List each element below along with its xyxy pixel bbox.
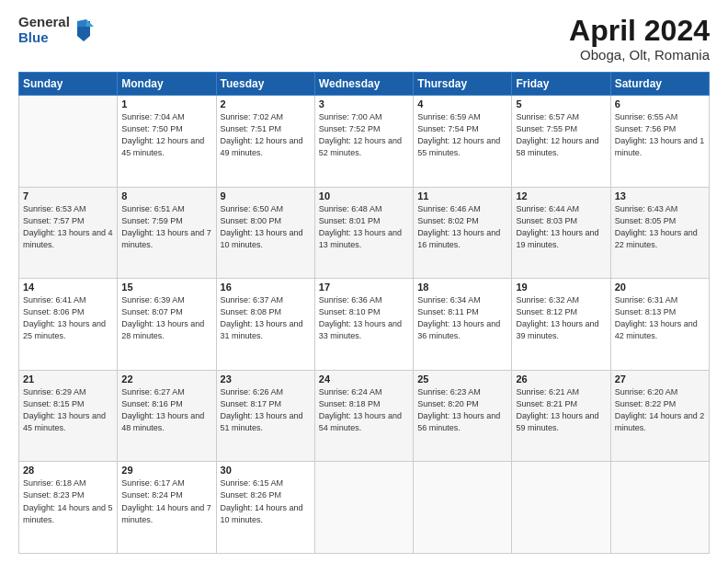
calendar-cell: 6Sunrise: 6:55 AMSunset: 7:56 PMDaylight…: [610, 96, 709, 188]
weekday-sunday: Sunday: [19, 73, 118, 96]
day-detail: Sunrise: 6:41 AMSunset: 8:06 PMDaylight:…: [23, 294, 113, 342]
weekday-tuesday: Tuesday: [216, 73, 314, 96]
day-number: 5: [516, 98, 606, 109]
calendar-cell: 3Sunrise: 7:00 AMSunset: 7:52 PMDaylight…: [314, 96, 413, 188]
day-number: 13: [615, 190, 705, 201]
day-number: 9: [221, 190, 311, 201]
week-row-1: 1Sunrise: 7:04 AMSunset: 7:50 PMDaylight…: [19, 96, 710, 188]
page: General Blue April 2024 Oboga, Olt, Roma…: [0, 0, 728, 563]
calendar-cell: 1Sunrise: 7:04 AMSunset: 7:50 PMDaylight…: [118, 96, 216, 188]
week-row-3: 14Sunrise: 6:41 AMSunset: 8:06 PMDayligh…: [19, 279, 710, 371]
day-detail: Sunrise: 6:50 AMSunset: 8:00 PMDaylight:…: [221, 203, 311, 251]
day-number: 6: [615, 98, 705, 109]
calendar-cell: 12Sunrise: 6:44 AMSunset: 8:03 PMDayligh…: [512, 187, 610, 279]
day-number: 28: [23, 465, 113, 476]
week-row-5: 28Sunrise: 6:18 AMSunset: 8:23 PMDayligh…: [19, 462, 710, 554]
calendar-cell: 9Sunrise: 6:50 AMSunset: 8:00 PMDaylight…: [216, 187, 314, 279]
calendar-cell: 4Sunrise: 6:59 AMSunset: 7:54 PMDaylight…: [414, 96, 512, 188]
calendar-cell: 24Sunrise: 6:24 AMSunset: 8:18 PMDayligh…: [314, 370, 413, 462]
day-detail: Sunrise: 6:46 AMSunset: 8:02 PMDaylight:…: [417, 203, 507, 251]
day-number: 16: [221, 282, 311, 293]
day-detail: Sunrise: 6:44 AMSunset: 8:03 PMDaylight:…: [516, 203, 606, 251]
calendar-cell: 13Sunrise: 6:43 AMSunset: 8:05 PMDayligh…: [610, 187, 709, 279]
day-number: 24: [319, 373, 409, 385]
day-number: 22: [121, 373, 211, 385]
header: General Blue April 2024 Oboga, Olt, Roma…: [18, 15, 710, 63]
calendar-cell: 7Sunrise: 6:53 AMSunset: 7:57 PMDaylight…: [19, 187, 118, 279]
day-number: 17: [319, 282, 409, 293]
day-detail: Sunrise: 7:02 AMSunset: 7:51 PMDaylight:…: [221, 111, 311, 159]
day-number: 4: [417, 98, 507, 109]
day-detail: Sunrise: 6:48 AMSunset: 8:01 PMDaylight:…: [319, 203, 409, 251]
day-number: 23: [221, 373, 311, 385]
day-detail: Sunrise: 6:29 AMSunset: 8:15 PMDaylight:…: [23, 386, 113, 434]
day-number: 19: [516, 282, 606, 293]
weekday-friday: Friday: [512, 73, 610, 96]
day-detail: Sunrise: 6:39 AMSunset: 8:07 PMDaylight:…: [121, 294, 211, 342]
day-number: 21: [23, 373, 113, 385]
day-detail: Sunrise: 6:21 AMSunset: 8:21 PMDaylight:…: [516, 386, 606, 434]
location: Oboga, Olt, Romania: [569, 47, 710, 63]
day-detail: Sunrise: 6:59 AMSunset: 7:54 PMDaylight:…: [417, 111, 507, 159]
day-number: 1: [121, 98, 211, 109]
calendar-cell: 22Sunrise: 6:27 AMSunset: 8:16 PMDayligh…: [118, 370, 216, 462]
calendar-cell: 16Sunrise: 6:37 AMSunset: 8:08 PMDayligh…: [216, 279, 314, 371]
day-number: 8: [121, 190, 211, 201]
logo-icon: [74, 17, 94, 43]
day-detail: Sunrise: 6:36 AMSunset: 8:10 PMDaylight:…: [319, 294, 409, 342]
day-detail: Sunrise: 6:43 AMSunset: 8:05 PMDaylight:…: [615, 203, 705, 251]
calendar-cell: 15Sunrise: 6:39 AMSunset: 8:07 PMDayligh…: [118, 279, 216, 371]
calendar-cell: 23Sunrise: 6:26 AMSunset: 8:17 PMDayligh…: [216, 370, 314, 462]
week-row-4: 21Sunrise: 6:29 AMSunset: 8:15 PMDayligh…: [19, 370, 710, 462]
title-block: April 2024 Oboga, Olt, Romania: [569, 15, 710, 63]
logo-blue-text: Blue: [18, 30, 70, 46]
weekday-saturday: Saturday: [610, 73, 709, 96]
day-number: 11: [417, 190, 507, 201]
day-number: 14: [23, 282, 113, 293]
calendar-cell: 25Sunrise: 6:23 AMSunset: 8:20 PMDayligh…: [414, 370, 512, 462]
calendar-cell: [512, 462, 610, 554]
day-number: 18: [417, 282, 507, 293]
calendar-cell: 11Sunrise: 6:46 AMSunset: 8:02 PMDayligh…: [414, 187, 512, 279]
calendar-cell: 18Sunrise: 6:34 AMSunset: 8:11 PMDayligh…: [414, 279, 512, 371]
weekday-header-row: SundayMondayTuesdayWednesdayThursdayFrid…: [19, 73, 710, 96]
day-number: 30: [221, 465, 311, 476]
day-detail: Sunrise: 6:17 AMSunset: 8:24 PMDaylight:…: [121, 477, 211, 525]
day-detail: Sunrise: 6:31 AMSunset: 8:13 PMDaylight:…: [615, 294, 705, 342]
calendar-cell: 10Sunrise: 6:48 AMSunset: 8:01 PMDayligh…: [314, 187, 413, 279]
svg-marker-2: [77, 19, 86, 27]
calendar-cell: 26Sunrise: 6:21 AMSunset: 8:21 PMDayligh…: [512, 370, 610, 462]
day-detail: Sunrise: 6:55 AMSunset: 7:56 PMDaylight:…: [615, 111, 705, 159]
day-number: 10: [319, 190, 409, 201]
calendar-cell: 14Sunrise: 6:41 AMSunset: 8:06 PMDayligh…: [19, 279, 118, 371]
day-detail: Sunrise: 6:27 AMSunset: 8:16 PMDaylight:…: [121, 386, 211, 434]
weekday-wednesday: Wednesday: [314, 73, 413, 96]
day-detail: Sunrise: 7:00 AMSunset: 7:52 PMDaylight:…: [319, 111, 409, 159]
day-detail: Sunrise: 6:37 AMSunset: 8:08 PMDaylight:…: [221, 294, 311, 342]
day-number: 27: [615, 373, 705, 385]
calendar-cell: 29Sunrise: 6:17 AMSunset: 8:24 PMDayligh…: [118, 462, 216, 554]
day-detail: Sunrise: 6:24 AMSunset: 8:18 PMDaylight:…: [319, 386, 409, 434]
day-detail: Sunrise: 6:32 AMSunset: 8:12 PMDaylight:…: [516, 294, 606, 342]
logo-general-text: General: [18, 15, 70, 30]
calendar-cell: [414, 462, 512, 554]
calendar-cell: 5Sunrise: 6:57 AMSunset: 7:55 PMDaylight…: [512, 96, 610, 188]
day-number: 25: [417, 373, 507, 385]
weekday-monday: Monday: [118, 73, 216, 96]
calendar-cell: 2Sunrise: 7:02 AMSunset: 7:51 PMDaylight…: [216, 96, 314, 188]
day-detail: Sunrise: 6:26 AMSunset: 8:17 PMDaylight:…: [221, 386, 311, 434]
day-detail: Sunrise: 6:23 AMSunset: 8:20 PMDaylight:…: [417, 386, 507, 434]
day-number: 15: [121, 282, 211, 293]
calendar-cell: 28Sunrise: 6:18 AMSunset: 8:23 PMDayligh…: [19, 462, 118, 554]
calendar-cell: 21Sunrise: 6:29 AMSunset: 8:15 PMDayligh…: [19, 370, 118, 462]
day-detail: Sunrise: 6:34 AMSunset: 8:11 PMDaylight:…: [417, 294, 507, 342]
day-detail: Sunrise: 7:04 AMSunset: 7:50 PMDaylight:…: [121, 111, 211, 159]
weekday-thursday: Thursday: [414, 73, 512, 96]
day-detail: Sunrise: 6:57 AMSunset: 7:55 PMDaylight:…: [516, 111, 606, 159]
day-number: 12: [516, 190, 606, 201]
calendar-cell: 17Sunrise: 6:36 AMSunset: 8:10 PMDayligh…: [314, 279, 413, 371]
calendar-cell: 19Sunrise: 6:32 AMSunset: 8:12 PMDayligh…: [512, 279, 610, 371]
day-number: 29: [121, 465, 211, 476]
month-title: April 2024: [569, 15, 710, 47]
calendar-cell: [19, 96, 118, 188]
